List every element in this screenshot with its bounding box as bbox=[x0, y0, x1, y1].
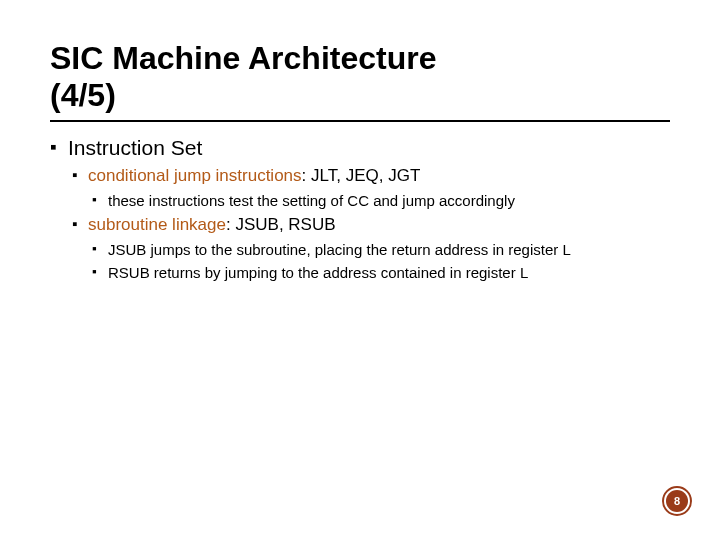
badge-inner: 8 bbox=[666, 490, 688, 512]
item2-sub1: JSUB jumps to the subroutine, placing th… bbox=[108, 241, 571, 258]
list-item: JSUB jumps to the subroutine, placing th… bbox=[92, 241, 670, 258]
item1-sub1: these instructions test the setting of C… bbox=[108, 192, 515, 209]
item2-accent: subroutine linkage bbox=[88, 215, 226, 234]
item1-rest: : JLT, JEQ, JGT bbox=[302, 166, 421, 185]
list-item: RSUB returns by jumping to the address c… bbox=[92, 264, 670, 281]
page-number-badge: 8 bbox=[662, 486, 692, 516]
list-item: subroutine linkage: JSUB, RSUB JSUB jump… bbox=[72, 215, 670, 281]
bullet-list-lvl3: these instructions test the setting of C… bbox=[88, 192, 670, 209]
title-underline bbox=[50, 120, 670, 122]
item1-accent: conditional jump instructions bbox=[88, 166, 302, 185]
page-number: 8 bbox=[674, 495, 680, 507]
lvl1-heading: Instruction Set bbox=[68, 136, 202, 159]
bullet-list-lvl3: JSUB jumps to the subroutine, placing th… bbox=[88, 241, 670, 281]
list-item: these instructions test the setting of C… bbox=[92, 192, 670, 209]
title-line-2: (4/5) bbox=[50, 77, 116, 113]
bullet-list-lvl1: Instruction Set conditional jump instruc… bbox=[50, 136, 670, 281]
slide-title: SIC Machine Architecture (4/5) bbox=[50, 40, 670, 114]
title-line-1: SIC Machine Architecture bbox=[50, 40, 436, 76]
list-item: conditional jump instructions: JLT, JEQ,… bbox=[72, 166, 670, 209]
item2-rest: : JSUB, RSUB bbox=[226, 215, 336, 234]
list-item: Instruction Set conditional jump instruc… bbox=[50, 136, 670, 281]
item2-sub2: RSUB returns by jumping to the address c… bbox=[108, 264, 528, 281]
bullet-list-lvl2: conditional jump instructions: JLT, JEQ,… bbox=[68, 166, 670, 281]
slide: SIC Machine Architecture (4/5) Instructi… bbox=[0, 0, 720, 281]
